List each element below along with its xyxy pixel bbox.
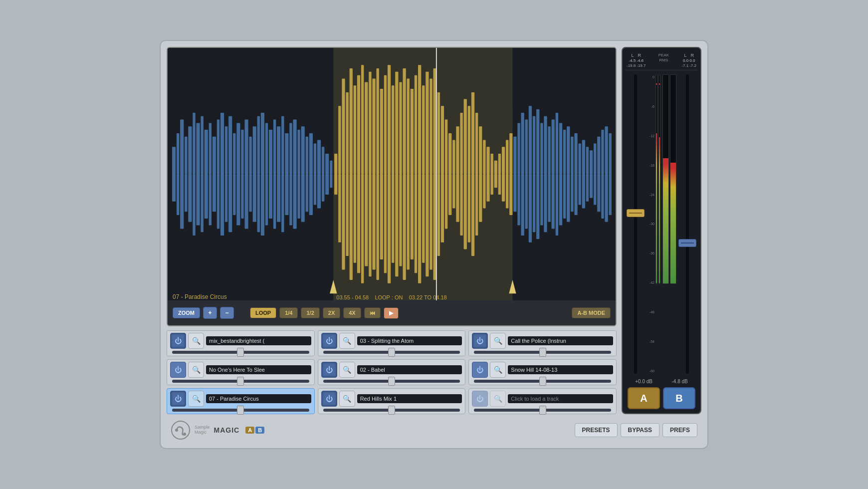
svg-rect-71: [293, 120, 296, 174]
track-5-search[interactable]: 🔍: [339, 362, 355, 378]
svg-rect-155: [434, 68, 436, 174]
track-2-slider[interactable]: [172, 380, 309, 383]
zoom-in-button[interactable]: +: [203, 307, 217, 319]
track-4-slider[interactable]: [323, 351, 460, 354]
track-7-power[interactable]: ⏻: [472, 333, 488, 349]
svg-rect-210: [544, 116, 547, 174]
track-5-slider[interactable]: [323, 380, 460, 383]
svg-rect-110: [441, 174, 444, 243]
ab-button-b[interactable]: B: [663, 387, 695, 409]
quad-button[interactable]: 4X: [343, 307, 361, 318]
track-3-power[interactable]: ⏻: [170, 391, 186, 407]
track-1-name: mix_bestandbrightest (: [206, 336, 311, 345]
svg-rect-154: [430, 79, 432, 174]
svg-rect-83: [338, 174, 341, 243]
svg-rect-223: [594, 143, 596, 174]
svg-rect-58: [241, 130, 243, 174]
track-8-slider[interactable]: [474, 380, 611, 383]
track-3-search[interactable]: 🔍: [188, 391, 204, 407]
svg-rect-7: [196, 174, 200, 226]
svg-rect-135: [357, 75, 360, 174]
track-8-power[interactable]: ⏻: [472, 362, 488, 378]
svg-rect-26: [273, 174, 276, 229]
svg-rect-202: [513, 137, 516, 174]
svg-rect-21: [253, 174, 256, 222]
svg-rect-32: [297, 174, 300, 219]
abmode-button[interactable]: A-B MODE: [572, 307, 611, 318]
svg-rect-212: [552, 120, 555, 174]
quarter-button[interactable]: 1/4: [279, 307, 298, 318]
svg-rect-103: [415, 174, 417, 273]
track-1-search[interactable]: 🔍: [188, 333, 204, 349]
right-fader[interactable]: [678, 239, 696, 247]
bypass-button[interactable]: BYPASS: [621, 423, 659, 437]
track-4-name: 03 - Splitting the Atom: [357, 336, 462, 345]
track-3-slider[interactable]: [172, 409, 309, 412]
svg-rect-90: [365, 174, 368, 266]
track-3-top: ⏻ 🔍 07 - Paradise Circus: [170, 391, 311, 407]
svg-rect-24: [265, 174, 268, 226]
track-7-slider[interactable]: [474, 351, 611, 354]
zoom-out-button[interactable]: −: [220, 307, 234, 319]
meter-l2-label: L: [684, 53, 686, 58]
track-1-slider[interactable]: [172, 351, 309, 354]
svg-rect-168: [483, 140, 485, 174]
svg-rect-218: [574, 133, 577, 174]
svg-rect-160: [452, 140, 455, 174]
track-2-slider-row: [170, 380, 311, 383]
svg-rect-10: [209, 174, 212, 226]
zoom-button[interactable]: ZOOM: [173, 307, 200, 318]
left-fader[interactable]: [627, 209, 645, 217]
track-4-search[interactable]: 🔍: [339, 333, 355, 349]
track-1-power[interactable]: ⏻: [170, 333, 186, 349]
track-2-power[interactable]: ⏻: [170, 362, 186, 378]
track-slot-8: ⏻ 🔍 Snow Hill 14-08-13: [468, 359, 617, 385]
track-9-power[interactable]: ⏻: [472, 391, 488, 407]
svg-rect-224: [597, 137, 600, 174]
svg-rect-92: [372, 174, 375, 269]
svg-rect-4: [185, 174, 187, 212]
svg-rect-134: [354, 85, 356, 174]
svg-rect-163: [464, 99, 467, 174]
svg-rect-47: [196, 123, 200, 174]
svg-rect-95: [384, 174, 387, 273]
loop-label: LOOP : ON: [375, 294, 403, 300]
track-6-slider[interactable]: [323, 409, 460, 412]
svg-rect-62: [257, 116, 260, 174]
double-button[interactable]: 2X: [323, 307, 340, 318]
svg-rect-9: [205, 174, 208, 219]
track-6-power[interactable]: ⏻: [321, 391, 337, 407]
track-5-power[interactable]: ⏻: [321, 362, 337, 378]
step-back-button[interactable]: ⏮: [364, 307, 381, 318]
svg-rect-14: [225, 174, 227, 222]
track-5-top: ⏻ 🔍 02 - Babel: [321, 362, 462, 378]
prefs-button[interactable]: PREFS: [662, 423, 697, 437]
ab-button-a[interactable]: A: [628, 387, 660, 409]
meter-r-peak-val: -4.6: [637, 58, 644, 63]
svg-rect-137: [365, 82, 368, 174]
track-9-slider[interactable]: [474, 409, 611, 412]
svg-rect-216: [567, 126, 570, 174]
svg-rect-209: [540, 123, 543, 174]
track-3-slider-row: [170, 409, 311, 412]
svg-rect-72: [297, 130, 300, 174]
svg-rect-66: [273, 120, 276, 174]
svg-rect-220: [582, 140, 585, 174]
svg-rect-201: [609, 174, 612, 215]
play-button[interactable]: ▶: [384, 307, 399, 319]
track-4-top: ⏻ 🔍 03 - Splitting the Atom: [321, 333, 462, 349]
track-7-search[interactable]: 🔍: [490, 333, 506, 349]
half-button[interactable]: 1/2: [301, 307, 319, 318]
presets-button[interactable]: PRESETS: [575, 423, 618, 437]
track-4-power[interactable]: ⏻: [321, 333, 337, 349]
track-6-search[interactable]: 🔍: [339, 391, 355, 407]
svg-rect-125: [498, 174, 501, 195]
track-2-search[interactable]: 🔍: [188, 362, 204, 378]
svg-rect-152: [422, 85, 425, 174]
loop-button[interactable]: LOOP: [250, 307, 276, 318]
svg-rect-166: [475, 113, 478, 174]
svg-rect-114: [456, 174, 459, 222]
track-9-slider-row: [472, 409, 613, 412]
track-8-search[interactable]: 🔍: [490, 362, 506, 378]
track-9-search[interactable]: 🔍: [490, 391, 506, 407]
